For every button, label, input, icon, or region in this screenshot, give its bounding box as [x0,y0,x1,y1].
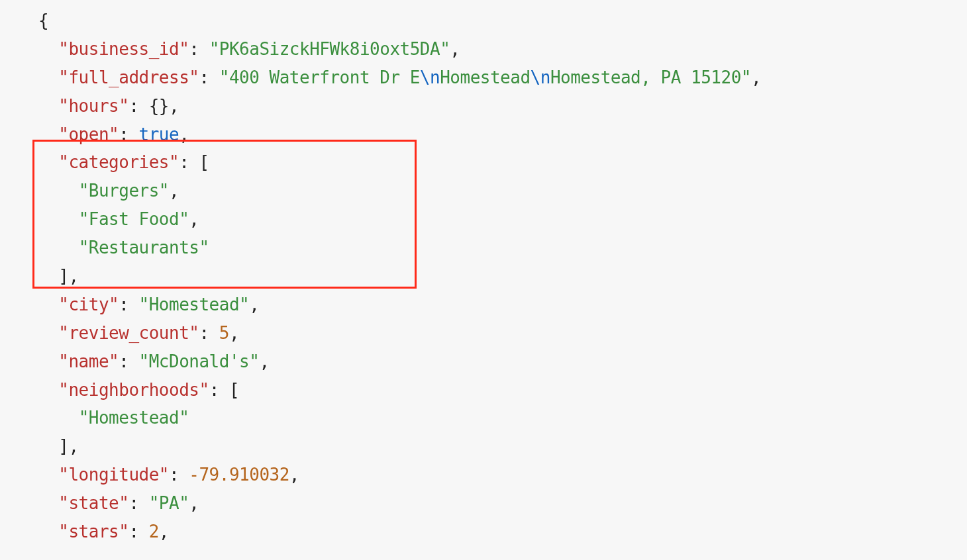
key-state: "state" [58,493,128,513]
val-category-0: "Burgers" [79,181,169,201]
key-full-address: "full_address" [58,68,199,87]
code-snippet-container: { "business_id": "PK6aSizckHFWk8i0oxt5DA… [0,0,967,560]
val-city: "Homestead" [139,295,250,314]
val-neighborhood-0: "Homestead" [79,408,189,428]
key-hours: "hours" [58,96,128,116]
key-review-count: "review_count" [58,323,199,343]
val-hours: {} [149,96,169,116]
val-longitude: -79.910032 [189,465,289,485]
val-full-address: "400 Waterfront Dr E\nHomestead\nHomeste… [219,68,751,87]
val-name: "McDonald's" [139,351,260,371]
key-name: "name" [58,351,119,371]
key-open: "open" [58,124,119,144]
key-longitude: "longitude" [58,465,169,485]
key-city: "city" [58,295,119,314]
key-stars: "stars" [58,522,128,541]
key-business-id: "business_id" [58,39,189,59]
val-category-1: "Fast Food" [79,209,189,229]
key-neighborhoods: "neighborhoods" [58,380,209,400]
val-category-2: "Restaurants" [79,238,209,257]
val-review-count: 5 [219,323,229,343]
val-business-id: "PK6aSizckHFWk8i0oxt5DA" [209,39,450,59]
val-stars: 2 [149,522,159,541]
key-categories: "categories" [58,152,179,172]
val-state: "PA" [149,493,189,513]
json-code-block: { "business_id": "PK6aSizckHFWk8i0oxt5DA… [0,0,967,546]
val-open: true [139,124,179,144]
brace-open: { [38,11,48,30]
